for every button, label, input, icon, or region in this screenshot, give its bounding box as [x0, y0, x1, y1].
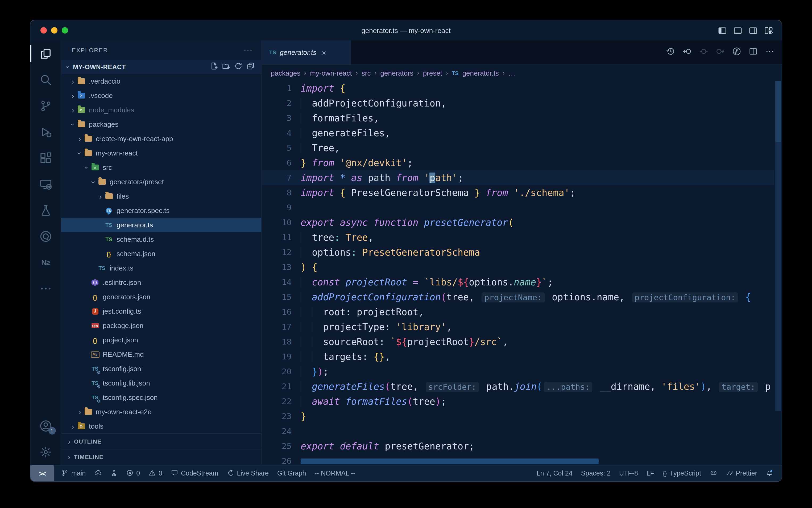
- close-window-button[interactable]: [40, 27, 47, 34]
- status-git-branch[interactable]: main: [61, 469, 86, 478]
- code-line-4[interactable]: 4 generateFiles,: [262, 126, 774, 140]
- tree-item-packages[interactable]: ›packages: [61, 117, 261, 131]
- code-line-13[interactable]: 13) {: [262, 260, 774, 275]
- code-line-10[interactable]: 10export async function presetGenerator(: [262, 215, 774, 230]
- customize-layout-icon[interactable]: [764, 26, 773, 35]
- tree-item-.eslintrc.json[interactable]: .eslintrc.json: [61, 275, 261, 290]
- tree-item-tsconfig.lib.json[interactable]: TS⚙tsconfig.lib.json: [61, 376, 261, 390]
- status-git-graph[interactable]: Git Graph: [277, 470, 306, 477]
- maximize-window-button[interactable]: [62, 27, 68, 34]
- line-number[interactable]: 22: [262, 397, 292, 406]
- line-number[interactable]: 2: [262, 98, 292, 108]
- code-line-11[interactable]: 11 tree: Tree,: [262, 230, 774, 245]
- status-language-mode[interactable]: {}TypeScript: [663, 470, 701, 477]
- tree-item-schema.json[interactable]: {}schema.json: [61, 247, 261, 261]
- code-line-21[interactable]: 21 generateFiles(tree, srcFolder: path.j…: [262, 379, 774, 394]
- code-line-2[interactable]: 2 addProjectConfiguration,: [262, 96, 774, 111]
- breadcrumb-item-packages[interactable]: packages: [271, 69, 300, 77]
- line-number[interactable]: 11: [262, 233, 292, 242]
- vertical-scrollbar[interactable]: [775, 81, 782, 465]
- tree-item-node_modules[interactable]: ›JSnode_modules: [61, 103, 261, 117]
- line-number[interactable]: 21: [262, 382, 292, 391]
- code-line-15[interactable]: 15 addProjectConfiguration(tree, project…: [262, 290, 774, 305]
- line-number[interactable]: 24: [262, 427, 292, 436]
- status-copilot[interactable]: [710, 469, 717, 478]
- line-number[interactable]: 12: [262, 248, 292, 257]
- tree-item-tsconfig.json[interactable]: TS⚙tsconfig.json: [61, 362, 261, 376]
- line-number[interactable]: 23: [262, 412, 292, 421]
- tree-item-generators/preset[interactable]: ›generators/preset: [61, 175, 261, 189]
- tree-item-index.ts[interactable]: TSindex.ts: [61, 261, 261, 275]
- line-number[interactable]: 10: [262, 218, 292, 227]
- toggle-panel-icon[interactable]: [733, 26, 742, 35]
- tab-generator-ts[interactable]: TS generator.ts ×: [262, 40, 351, 65]
- tree-item-generators.json[interactable]: {}generators.json: [61, 290, 261, 304]
- status-errors[interactable]: 0: [126, 469, 140, 478]
- toggle-secondary-sidebar-icon[interactable]: [749, 26, 758, 35]
- tree-item-package.json[interactable]: npmpackage.json: [61, 319, 261, 333]
- breadcrumb-item-…[interactable]: …: [509, 69, 515, 77]
- activity-extensions[interactable]: [30, 145, 61, 171]
- breadcrumb-item-preset[interactable]: preset: [423, 69, 442, 77]
- code-line-22[interactable]: 22 await formatFiles(tree);: [262, 394, 774, 409]
- refresh-icon[interactable]: [234, 62, 243, 72]
- explorer-more-icon[interactable]: ···: [244, 46, 253, 54]
- tree-item-my-own-react-e2e[interactable]: ›my-own-react-e2e: [61, 405, 261, 419]
- toggle-primary-sidebar-icon[interactable]: [718, 26, 727, 35]
- workspace-section-header[interactable]: › MY-OWN-REACT: [61, 60, 261, 74]
- line-number[interactable]: 3: [262, 114, 292, 123]
- line-number[interactable]: 1: [262, 84, 292, 93]
- status-eol[interactable]: LF: [647, 470, 654, 477]
- code-line-16[interactable]: 16 root: projectRoot,: [262, 305, 774, 320]
- line-number[interactable]: 19: [262, 352, 292, 362]
- line-number[interactable]: 5: [262, 143, 292, 153]
- code-line-17[interactable]: 17 projectType: 'library',: [262, 320, 774, 334]
- line-number[interactable]: 9: [262, 203, 292, 212]
- breadcrumb-item-generator.ts[interactable]: generator.ts: [463, 69, 499, 77]
- code-line-5[interactable]: 5 Tree,: [262, 140, 774, 156]
- code-line-14[interactable]: 14 const projectRoot = `libs/${options.n…: [262, 275, 774, 290]
- status-live-share[interactable]: Live Share: [227, 469, 269, 478]
- collapse-all-icon[interactable]: [246, 62, 255, 72]
- line-number[interactable]: 15: [262, 292, 292, 302]
- breadcrumb-item-src[interactable]: src: [362, 69, 371, 77]
- activity-codestream[interactable]: [30, 223, 61, 249]
- status-vim-mode[interactable]: -- NORMAL --: [315, 470, 355, 477]
- status-publish[interactable]: [94, 469, 102, 478]
- minimize-window-button[interactable]: [51, 27, 57, 34]
- close-tab-icon[interactable]: ×: [322, 48, 326, 57]
- tree-item-schema.d.ts[interactable]: TSschema.d.ts: [61, 232, 261, 247]
- line-number[interactable]: 17: [262, 322, 292, 332]
- tree-item-generator.ts[interactable]: TSgenerator.ts: [61, 218, 261, 232]
- code-line-1[interactable]: 1import {: [262, 81, 774, 96]
- open-changes-icon[interactable]: [732, 47, 741, 58]
- panel-timeline[interactable]: ›TIMELINE: [61, 449, 261, 464]
- activity-run-debug[interactable]: [30, 119, 61, 145]
- line-number[interactable]: 7: [262, 173, 292, 183]
- line-number[interactable]: 18: [262, 337, 292, 347]
- tree-item-.verdaccio[interactable]: ›.verdaccio: [61, 74, 261, 88]
- breadcrumb-item-generators[interactable]: generators: [380, 69, 414, 77]
- timeline-history-icon[interactable]: [666, 47, 675, 58]
- code-line-19[interactable]: 19 targets: {},: [262, 349, 774, 364]
- activity-explorer[interactable]: [30, 40, 61, 67]
- status-encoding[interactable]: UTF-8: [619, 470, 638, 477]
- activity-settings[interactable]: [30, 439, 61, 465]
- code-line-20[interactable]: 20 });: [262, 364, 774, 379]
- activity-source-control[interactable]: [30, 93, 61, 119]
- tree-item-project.json[interactable]: {}project.json: [61, 333, 261, 347]
- line-number[interactable]: 14: [262, 278, 292, 287]
- new-folder-icon[interactable]: [222, 62, 230, 72]
- code-line-24[interactable]: 24: [262, 424, 774, 439]
- status-codestream[interactable]: CodeStream: [171, 469, 218, 478]
- panel-outline[interactable]: ›OUTLINE: [61, 433, 261, 449]
- code-line-7[interactable]: 7import * as path from 'path';: [262, 170, 774, 185]
- activity-more[interactable]: [30, 275, 61, 301]
- tree-item-README.md[interactable]: M↓README.md: [61, 347, 261, 362]
- code-line-25[interactable]: 25export default presetGenerator;: [262, 439, 774, 454]
- status-prettier[interactable]: ✓✓Prettier: [725, 470, 757, 477]
- remote-indicator[interactable]: ><: [30, 465, 54, 481]
- code-line-9[interactable]: 9: [262, 200, 774, 215]
- line-number[interactable]: 25: [262, 441, 292, 451]
- status-cursor-position[interactable]: Ln 7, Col 24: [537, 470, 573, 477]
